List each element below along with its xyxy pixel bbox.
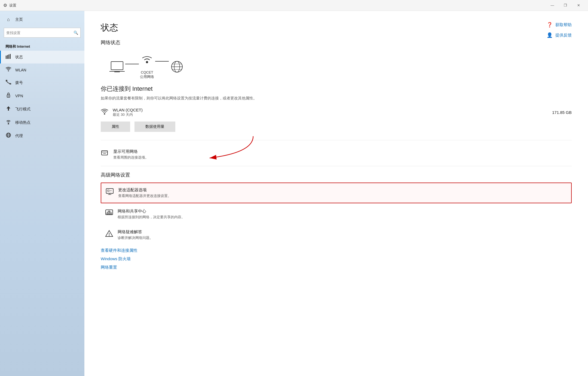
airplane-icon <box>5 106 11 113</box>
hardware-link[interactable]: 查看硬件和连接属性 <box>101 248 572 253</box>
connected-title: 你已连接到 Internet <box>101 85 572 93</box>
svg-rect-34 <box>107 213 108 214</box>
troubleshoot-text: 网络疑难解答 诊断并解决网络问题。 <box>118 229 567 240</box>
sidebar-dialup-label: 拨号 <box>15 80 23 85</box>
laptop-icon <box>109 60 125 74</box>
adapter-options-item[interactable]: 更改适配器选项 查看网络适配器并更改连接设置。 <box>101 183 572 203</box>
adapter-options-desc: 查看网络适配器并更改连接设置。 <box>118 193 567 198</box>
wlan-name: WLAN (CQCET) <box>113 108 548 112</box>
adapter-options-text: 更改适配器选项 查看网络适配器并更改连接设置。 <box>118 187 567 198</box>
dialup-icon <box>5 80 11 86</box>
wlan-data-usage: 171.85 GB <box>552 110 572 115</box>
title-bar-left: ⚙ 设置 <box>3 3 16 8</box>
minimize-button[interactable]: — <box>546 0 559 11</box>
sharing-center-item[interactable]: 网络和共享中心 根据所连接到的网络，决定要共享的内容。 <box>101 204 572 224</box>
sidebar-status-label: 状态 <box>15 55 23 60</box>
sharing-icon <box>105 209 113 218</box>
svg-rect-30 <box>108 190 109 191</box>
sidebar-item-home[interactable]: ⌂ 主页 <box>0 14 84 26</box>
svg-point-22 <box>104 113 105 114</box>
main-layout: ⌂ 主页 🔍 网络和 Internet 状态 <box>0 11 588 376</box>
close-button[interactable]: ✕ <box>572 0 585 11</box>
troubleshoot-item[interactable]: 网络疑难解答 诊断并解决网络问题。 <box>101 225 572 245</box>
sharing-center-title: 网络和共享中心 <box>118 209 567 214</box>
get-help-label: 获取帮助 <box>555 22 572 28</box>
sharing-center-text: 网络和共享中心 根据所连接到的网络，决定要共享的内容。 <box>118 209 567 220</box>
page-title: 状态 <box>101 22 572 34</box>
get-help-link[interactable]: ❓ 获取帮助 <box>547 22 572 28</box>
title-bar-controls: — ❐ ✕ <box>546 0 585 11</box>
svg-point-7 <box>8 123 9 124</box>
feedback-icon: 👤 <box>547 32 553 38</box>
title-bar: ⚙ 设置 — ❐ ✕ <box>0 0 588 11</box>
sidebar-item-vpn[interactable]: VPN <box>0 89 84 102</box>
sidebar-vpn-label: VPN <box>15 94 23 98</box>
action-buttons: 属性 数据使用量 <box>101 122 572 132</box>
home-icon: ⌂ <box>5 17 11 22</box>
help-icon: ❓ <box>547 22 553 28</box>
show-networks-desc: 查看周围的连接选项。 <box>113 155 572 160</box>
window-title: 设置 <box>9 3 16 8</box>
svg-rect-26 <box>106 189 113 193</box>
network-status-title: 网络状态 <box>101 39 572 46</box>
sidebar-airplane-label: 飞行模式 <box>15 107 30 112</box>
sidebar-item-status[interactable]: 状态 <box>0 51 84 63</box>
network-diagram: CQCET 公用网络 <box>109 54 572 79</box>
advanced-title: 高级网络设置 <box>101 172 572 178</box>
properties-button[interactable]: 属性 <box>101 122 130 132</box>
give-feedback-link[interactable]: 👤 提供反馈 <box>547 32 572 38</box>
sidebar-home-label: 主页 <box>15 17 23 22</box>
wlan-icon <box>5 67 11 73</box>
show-networks-item[interactable]: 显示可用网络 查看周围的连接选项。 <box>101 146 572 163</box>
line1 <box>125 64 139 64</box>
svg-rect-3 <box>10 54 11 59</box>
sidebar-item-hotspot[interactable]: 移动热点 <box>0 116 84 129</box>
svg-rect-2 <box>8 54 9 59</box>
svg-rect-23 <box>102 151 108 155</box>
troubleshoot-title: 网络疑难解答 <box>118 229 567 235</box>
data-usage-button[interactable]: 数据使用量 <box>134 122 175 132</box>
svg-rect-0 <box>6 56 7 59</box>
sidebar-item-airplane[interactable]: 飞行模式 <box>0 102 84 116</box>
reset-link[interactable]: 网络重置 <box>101 265 572 270</box>
warning-icon <box>105 230 113 238</box>
wlan-info: WLAN (CQCET) 最近 30 天内 <box>113 108 548 117</box>
sidebar-item-dialup[interactable]: 拨号 <box>0 76 84 89</box>
status-icon <box>5 54 11 60</box>
proxy-icon <box>5 132 11 139</box>
sidebar-item-wlan[interactable]: WLAN <box>0 63 84 76</box>
svg-point-16 <box>146 61 148 63</box>
wlan-time: 最近 30 天内 <box>113 112 548 117</box>
show-networks-title: 显示可用网络 <box>113 149 572 154</box>
give-feedback-label: 提供反馈 <box>555 33 572 38</box>
sidebar-item-proxy[interactable]: 代理 <box>0 129 84 142</box>
network-name: CQCET 公用网络 <box>140 70 154 79</box>
vpn-icon <box>5 92 11 99</box>
line2 <box>155 61 169 62</box>
connected-desc: 如果你的流量套餐有限制，则你可以将此网络设置为按流量计费的连接，或者更改其他属性… <box>101 95 572 101</box>
sharing-center-desc: 根据所连接到的网络，决定要共享的内容。 <box>118 215 567 220</box>
svg-rect-15 <box>114 71 120 72</box>
networks-icon <box>101 150 109 157</box>
settings-icon: ⚙ <box>3 3 7 8</box>
svg-point-40 <box>109 235 110 236</box>
svg-rect-13 <box>111 62 123 70</box>
restore-button[interactable]: ❐ <box>559 0 572 11</box>
divider2 <box>101 166 572 166</box>
firewall-link[interactable]: Windows 防火墙 <box>101 256 572 262</box>
search-input[interactable] <box>6 31 74 35</box>
sidebar: ⌂ 主页 🔍 网络和 Internet 状态 <box>0 11 84 376</box>
divider1 <box>101 140 572 140</box>
wifi-tower-icon: CQCET 公用网络 <box>139 54 155 79</box>
sidebar-proxy-label: 代理 <box>15 134 23 138</box>
svg-rect-37 <box>109 211 110 212</box>
wlan-info-row: WLAN (CQCET) 最近 30 天内 171.85 GB <box>101 108 572 117</box>
show-networks-text: 显示可用网络 查看周围的连接选项。 <box>113 149 572 160</box>
svg-point-4 <box>8 70 9 71</box>
help-panel: ❓ 获取帮助 👤 提供反馈 <box>547 22 572 38</box>
sidebar-section-title: 网络和 Internet <box>0 41 84 51</box>
sidebar-hotspot-label: 移动热点 <box>15 120 30 125</box>
adapter-icon <box>106 188 114 196</box>
search-icon[interactable]: 🔍 <box>74 31 78 35</box>
adapter-options-title: 更改适配器选项 <box>118 187 567 193</box>
